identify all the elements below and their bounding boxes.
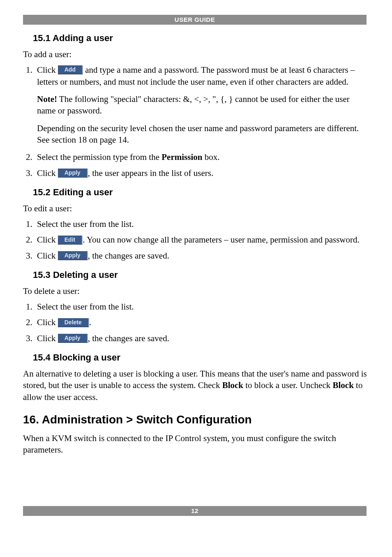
text: Click (37, 235, 58, 245)
text: Click (37, 317, 58, 327)
step-15-3-3: Click Apply, the changes are saved. (35, 333, 369, 344)
heading-15-2: 15.2 Editing a user (33, 186, 369, 199)
page-header: USER GUIDE (23, 15, 367, 25)
text: Click (37, 168, 58, 178)
permission-label: Permission (161, 152, 202, 162)
step-15-3-2: Click Delete. (35, 317, 369, 328)
step-15-1-2: Select the permission type from the Perm… (35, 151, 369, 163)
block-label: Block (222, 380, 243, 390)
text: , the changes are saved. (88, 333, 169, 343)
text: . (89, 317, 91, 327)
body-16: When a KVM switch is connected to the IP… (23, 432, 369, 456)
text: , the changes are saved. (88, 251, 169, 261)
note-body: The following "special" characters: &, <… (37, 94, 350, 116)
steps-15-1: Click Add and type a name and a password… (23, 64, 369, 179)
body-15-4: An alternative to deleting a user is blo… (23, 368, 369, 403)
page-footer: 12 (23, 506, 367, 516)
intro-15-1: To add a user: (23, 49, 369, 60)
step-15-2-1: Select the user from the list. (35, 218, 369, 230)
apply-button[interactable]: Apply (58, 334, 88, 343)
text: to block a user. Uncheck (243, 380, 333, 390)
delete-button[interactable]: Delete (58, 318, 89, 327)
text: Click (37, 65, 58, 75)
steps-15-3: Select the user from the list. Click Del… (23, 301, 369, 344)
step-15-1-1: Click Add and type a name and a password… (35, 64, 369, 146)
step-15-3-1: Select the user from the list. (35, 301, 369, 312)
edit-button[interactable]: Edit (58, 236, 83, 245)
heading-16: 16. Administration > Switch Configuratio… (23, 412, 369, 428)
text: . You can now change all the parameters … (83, 235, 360, 245)
intro-15-3: To delete a user: (23, 285, 369, 297)
text: and type a name and a password. The pass… (37, 65, 355, 86)
step-15-2-3: Click Apply, the changes are saved. (35, 250, 369, 261)
text: box. (202, 152, 219, 162)
step-15-1-3: Click Apply, the user appears in the lis… (35, 167, 369, 179)
heading-15-4: 15.4 Blocking a user (33, 351, 369, 364)
note-block: Note! The following "special" characters… (37, 93, 369, 117)
steps-15-2: Select the user from the list. Click Edi… (23, 218, 369, 261)
document-page: USER GUIDE 15.1 Adding a user To add a u… (0, 0, 392, 557)
note-label: Note! (37, 94, 57, 104)
heading-15-3: 15.3 Deleting a user (33, 269, 369, 281)
text: Select the permission type from the (37, 152, 161, 162)
text: Click (37, 251, 58, 261)
apply-button[interactable]: Apply (58, 169, 88, 178)
text: , the user appears in the list of users. (88, 168, 214, 178)
add-button[interactable]: Add (58, 65, 83, 74)
heading-15-1: 15.1 Adding a user (33, 32, 369, 44)
apply-button[interactable]: Apply (58, 251, 88, 260)
depend-text: Depending on the security level chosen t… (37, 122, 369, 146)
block-label: Block (333, 380, 354, 390)
step-15-2-2: Click Edit. You can now change all the p… (35, 234, 369, 245)
intro-15-2: To edit a user: (23, 203, 369, 214)
text: Click (37, 333, 58, 343)
